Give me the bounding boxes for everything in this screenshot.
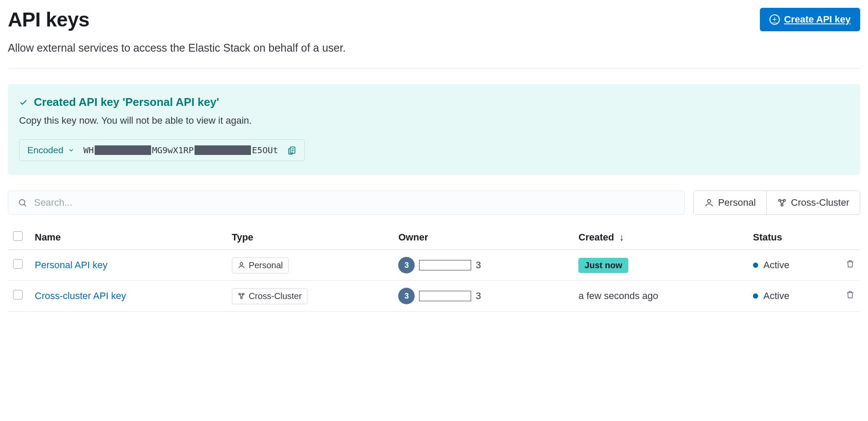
plus-circle-icon: + [769, 14, 780, 25]
svg-point-6 [707, 200, 710, 203]
row-checkbox[interactable] [13, 259, 23, 269]
search-box[interactable] [8, 191, 685, 215]
status-dot-icon [753, 263, 758, 268]
sort-desc-icon: ↓ [619, 232, 624, 243]
chevron-down-icon [68, 147, 75, 154]
svg-point-10 [240, 263, 243, 265]
user-icon [704, 198, 714, 207]
avatar: 3 [398, 288, 415, 304]
search-icon [18, 198, 27, 207]
search-input[interactable] [34, 197, 674, 208]
owner-suffix: 3 [475, 260, 481, 271]
callout-subtext: Copy this key now. You will not be able … [19, 115, 849, 126]
owner-cell: 33 [398, 257, 568, 273]
select-all-checkbox[interactable] [13, 231, 23, 241]
type-badge: Cross-Cluster [232, 288, 307, 304]
row-checkbox[interactable] [13, 290, 23, 299]
status-cell: Active [753, 290, 833, 302]
key-prefix: WH [83, 145, 94, 155]
cluster-icon [238, 292, 245, 300]
col-name[interactable]: Name [30, 225, 227, 250]
api-key-value: WH MG9wX1RP E5OUt [83, 145, 278, 155]
redacted-segment [95, 145, 151, 155]
encoding-label: Encoded [27, 145, 63, 155]
filter-cross-cluster-button[interactable]: Cross-Cluster [766, 191, 860, 214]
svg-point-4 [20, 200, 25, 205]
check-icon [19, 98, 28, 107]
api-key-name-link[interactable]: Cross-cluster API key [35, 290, 126, 301]
created-text: a few seconds ago [578, 290, 658, 301]
encoding-selector[interactable]: Encoded [27, 145, 75, 155]
page-subtitle: Allow external services to access the El… [8, 42, 860, 54]
api-keys-table: Name Type Owner Created ↓ Status Persona… [8, 225, 860, 312]
create-button-label: Create API key [784, 14, 851, 25]
callout-title: Created API key 'Personal API key' [34, 95, 219, 109]
redacted-owner [419, 260, 471, 270]
api-key-name-link[interactable]: Personal API key [35, 260, 108, 270]
table-row: Personal API keyPersonal33Just nowActive [8, 250, 860, 281]
status-cell: Active [753, 260, 833, 271]
status-dot-icon [753, 293, 758, 299]
filter-group: Personal Cross-Cluster [693, 191, 860, 215]
owner-cell: 33 [398, 288, 568, 304]
filter-personal-button[interactable]: Personal [694, 191, 766, 214]
table-row: Cross-cluster API keyCross-Cluster33a fe… [8, 281, 860, 312]
trash-icon[interactable] [845, 259, 855, 269]
filter-cross-cluster-label: Cross-Cluster [791, 197, 849, 208]
status-label: Active [763, 260, 789, 271]
redacted-owner [419, 291, 471, 301]
key-suffix: E5OUt [252, 145, 278, 155]
divider [8, 68, 860, 69]
col-created[interactable]: Created ↓ [573, 225, 748, 250]
col-created-label: Created [578, 232, 614, 243]
avatar: 3 [398, 257, 415, 273]
col-status[interactable]: Status [748, 225, 838, 250]
filter-personal-label: Personal [718, 197, 756, 208]
col-owner[interactable]: Owner [393, 225, 573, 250]
key-display-box: Encoded WH MG9wX1RP E5OUt [19, 139, 305, 161]
redacted-segment [195, 145, 251, 155]
copy-icon[interactable] [287, 145, 297, 155]
cluster-icon [777, 198, 787, 207]
status-label: Active [763, 290, 789, 302]
created-key-callout: Created API key 'Personal API key' Copy … [8, 84, 860, 175]
user-icon [238, 261, 245, 269]
page-title: API keys [8, 8, 89, 31]
type-badge: Personal [232, 257, 289, 273]
trash-icon[interactable] [845, 290, 855, 299]
key-mid: MG9wX1RP [152, 145, 194, 155]
create-api-key-button[interactable]: + Create API key [760, 8, 860, 31]
created-badge: Just now [578, 258, 628, 273]
owner-suffix: 3 [475, 290, 481, 302]
svg-line-5 [24, 204, 26, 206]
col-type[interactable]: Type [227, 225, 393, 250]
